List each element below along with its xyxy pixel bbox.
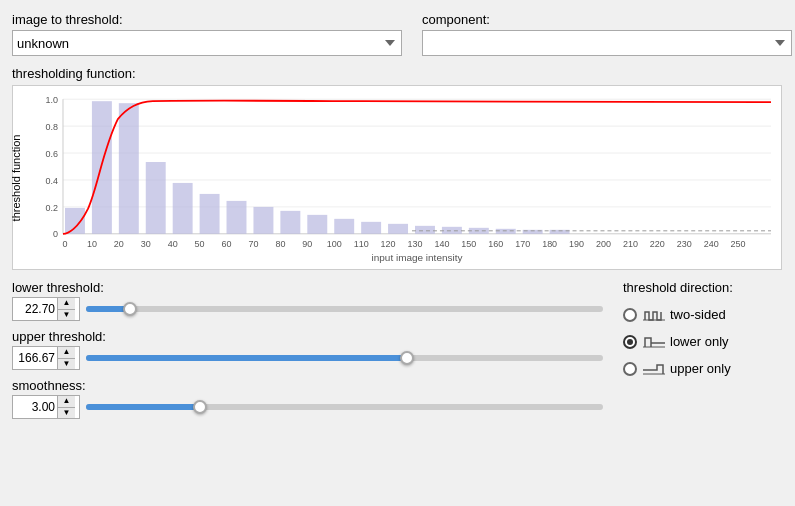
radio-two-sided-circle[interactable] [623,308,637,322]
upper-threshold-fill [86,355,407,361]
svg-text:20: 20 [114,239,124,249]
svg-rect-23 [334,219,354,234]
svg-text:1.0: 1.0 [46,95,58,105]
radio-upper-only-circle[interactable] [623,362,637,376]
smoothness-row: ▲ ▼ [12,395,603,419]
svg-text:150: 150 [461,239,476,249]
smoothness-down[interactable]: ▼ [58,407,75,419]
svg-rect-17 [173,183,193,234]
svg-rect-14 [92,101,112,234]
svg-text:0.8: 0.8 [46,122,58,132]
chart-section: thresholding function: threshold functio… [12,66,783,270]
component-select[interactable] [422,30,792,56]
svg-text:210: 210 [623,239,638,249]
upper-threshold-track[interactable] [86,355,603,361]
svg-rect-15 [119,103,139,234]
svg-rect-21 [280,211,300,234]
radio-lower-only-circle[interactable] [623,335,637,349]
svg-text:200: 200 [596,239,611,249]
lower-threshold-input[interactable] [13,298,57,320]
svg-text:250: 250 [731,239,746,249]
image-label: image to threshold: [12,12,402,27]
threshold-direction-section: threshold direction: two-sided lower onl… [603,280,783,419]
chart-title: thresholding function: [12,66,783,81]
lower-threshold-group: lower threshold: ▲ ▼ [12,280,603,321]
smoothness-group: smoothness: ▲ ▼ [12,378,603,419]
svg-text:160: 160 [488,239,503,249]
sliders-section: lower threshold: ▲ ▼ upper threshold: [12,280,603,419]
lower-threshold-row: ▲ ▼ [12,297,603,321]
svg-text:220: 220 [650,239,665,249]
svg-rect-20 [253,207,273,234]
chart-container: threshold function 1.0 0.8 0.6 0.4 0.2 0 [12,85,782,270]
two-sided-icon [643,308,665,322]
svg-text:40: 40 [168,239,178,249]
lower-threshold-input-wrapper[interactable]: ▲ ▼ [12,297,80,321]
svg-text:110: 110 [354,239,369,249]
lower-only-icon [643,335,665,349]
svg-text:60: 60 [222,239,232,249]
smoothness-fill [86,404,200,410]
upper-only-icon [643,362,665,376]
svg-text:0.6: 0.6 [46,149,58,159]
radio-two-sided-label: two-sided [643,307,726,322]
upper-threshold-spinners: ▲ ▼ [57,347,75,369]
svg-rect-25 [388,224,408,234]
smoothness-input-wrapper[interactable]: ▲ ▼ [12,395,80,419]
image-select[interactable]: unknown [12,30,402,56]
lower-threshold-down[interactable]: ▼ [58,309,75,321]
smoothness-track[interactable] [86,404,603,410]
svg-text:140: 140 [434,239,449,249]
upper-threshold-input-wrapper[interactable]: ▲ ▼ [12,346,80,370]
image-field-group: image to threshold: unknown [12,12,402,56]
lower-threshold-up[interactable]: ▲ [58,298,75,309]
svg-text:input image intensity: input image intensity [372,252,463,263]
radio-lower-only[interactable]: lower only [623,330,783,353]
chart-inner: 1.0 0.8 0.6 0.4 0.2 0 [63,94,771,239]
svg-text:230: 230 [677,239,692,249]
svg-text:240: 240 [704,239,719,249]
svg-text:80: 80 [275,239,285,249]
smoothness-thumb[interactable] [193,400,207,414]
top-row: image to threshold: unknown component: [12,12,783,56]
svg-text:30: 30 [141,239,151,249]
svg-rect-24 [361,222,381,234]
svg-text:180: 180 [542,239,557,249]
svg-rect-26 [415,226,435,234]
radio-upper-only-label: upper only [643,361,731,376]
upper-threshold-thumb[interactable] [400,351,414,365]
upper-threshold-row: ▲ ▼ [12,346,603,370]
svg-text:10: 10 [87,239,97,249]
svg-text:90: 90 [302,239,312,249]
svg-rect-18 [200,194,220,234]
upper-threshold-input[interactable] [13,347,57,369]
smoothness-spinners: ▲ ▼ [57,396,75,418]
svg-rect-16 [146,162,166,234]
y-axis-label: threshold function [10,134,22,221]
svg-rect-27 [442,227,462,234]
svg-text:130: 130 [408,239,423,249]
smoothness-label: smoothness: [12,378,603,393]
svg-rect-19 [227,201,247,234]
upper-threshold-group: upper threshold: ▲ ▼ [12,329,603,370]
lower-threshold-track[interactable] [86,306,603,312]
svg-text:170: 170 [515,239,530,249]
upper-threshold-down[interactable]: ▼ [58,358,75,370]
radio-upper-only[interactable]: upper only [623,357,783,380]
svg-rect-13 [65,208,85,234]
smoothness-up[interactable]: ▲ [58,396,75,407]
threshold-direction-label: threshold direction: [623,280,783,295]
smoothness-input[interactable] [13,396,57,418]
svg-text:0.2: 0.2 [46,203,58,213]
svg-text:0: 0 [53,229,58,239]
component-field-group: component: [422,12,792,56]
upper-threshold-up[interactable]: ▲ [58,347,75,358]
svg-text:190: 190 [569,239,584,249]
svg-text:120: 120 [381,239,396,249]
radio-lower-only-label: lower only [643,334,729,349]
lower-threshold-thumb[interactable] [123,302,137,316]
chart-svg: 1.0 0.8 0.6 0.4 0.2 0 [63,94,771,239]
radio-two-sided[interactable]: two-sided [623,303,783,326]
component-label: component: [422,12,792,27]
lower-threshold-label: lower threshold: [12,280,603,295]
